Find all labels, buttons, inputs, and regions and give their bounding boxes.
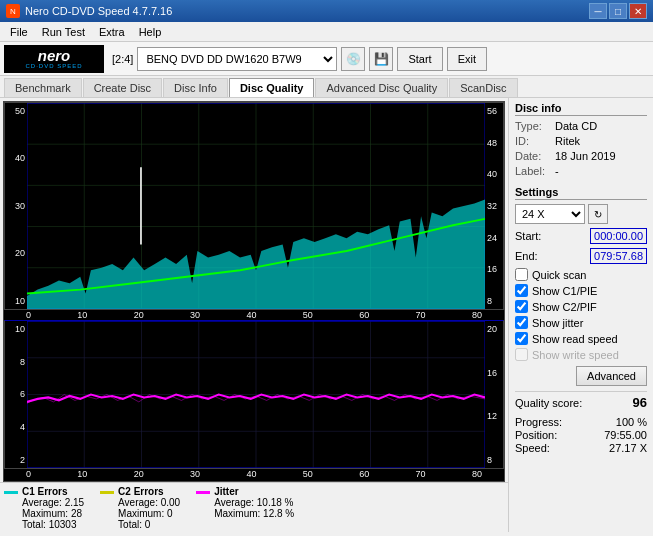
disc-label-row: Label: -	[515, 165, 647, 177]
tab-advanced-disc-quality[interactable]: Advanced Disc Quality	[315, 78, 448, 97]
top-chart-svg	[27, 103, 485, 309]
y-top-label-20: 20	[5, 248, 27, 258]
show-c2-checkbox[interactable]	[515, 300, 528, 313]
disc-date-label: Date:	[515, 150, 553, 162]
show-write-speed-row: Show write speed	[515, 348, 647, 361]
c1-max: Maximum: 28	[22, 508, 84, 519]
title-bar: N Nero CD-DVD Speed 4.7.7.16 ─ □ ✕	[0, 0, 653, 22]
y-bot-10: 10	[5, 324, 27, 334]
c1-label: C1 Errors	[22, 486, 84, 497]
menu-run-test[interactable]: Run Test	[36, 24, 91, 40]
tab-disc-info[interactable]: Disc Info	[163, 78, 228, 97]
legend-c1: C1 Errors Average: 2.15 Maximum: 28 Tota…	[4, 486, 84, 530]
show-read-speed-label: Show read speed	[532, 333, 618, 345]
y-bot-8: 8	[5, 357, 27, 367]
drive-select[interactable]: BENQ DVD DD DW1620 B7W9	[137, 47, 337, 71]
tab-disc-quality[interactable]: Disc Quality	[229, 78, 315, 97]
tab-benchmark[interactable]: Benchmark	[4, 78, 82, 97]
disc-date-row: Date: 18 Jun 2019	[515, 150, 647, 162]
x-top-10: 10	[77, 310, 87, 320]
x-top-20: 20	[134, 310, 144, 320]
settings-title: Settings	[515, 186, 647, 200]
quick-scan-checkbox[interactable]	[515, 268, 528, 281]
position-label: Position:	[515, 429, 557, 441]
save-icon-btn[interactable]: 💾	[369, 47, 393, 71]
show-c1-label: Show C1/PIE	[532, 285, 597, 297]
position-row: Position: 79:55.00	[515, 429, 647, 441]
disc-info-title: Disc info	[515, 102, 647, 116]
disc-id-row: ID: Ritek	[515, 135, 647, 147]
close-button[interactable]: ✕	[629, 3, 647, 19]
x-bot-50: 50	[303, 469, 313, 479]
menu-extra[interactable]: Extra	[93, 24, 131, 40]
menu-help[interactable]: Help	[133, 24, 168, 40]
c2-color-box	[100, 491, 114, 494]
sidebar: Disc info Type: Data CD ID: Ritek Date: …	[508, 98, 653, 532]
y-bot-right-20: 20	[485, 324, 503, 334]
minimize-button[interactable]: ─	[589, 3, 607, 19]
disc-icon-btn[interactable]: 💿	[341, 47, 365, 71]
toolbar: nero CD·DVD SPEED [2:4] BENQ DVD DD DW16…	[0, 42, 653, 76]
y-bot-2: 2	[5, 455, 27, 465]
c1-total: Total: 10303	[22, 519, 84, 530]
quality-score-label: Quality score:	[515, 397, 582, 409]
legend-area: C1 Errors Average: 2.15 Maximum: 28 Tota…	[0, 482, 508, 532]
y-top-right-56: 56	[485, 106, 503, 116]
show-c2-label: Show C2/PIF	[532, 301, 597, 313]
c2-max: Maximum: 0	[118, 508, 180, 519]
y-top-label-50: 50	[5, 106, 27, 116]
x-top-30: 30	[190, 310, 200, 320]
show-c2-row: Show C2/PIF	[515, 300, 647, 313]
disc-type-row: Type: Data CD	[515, 120, 647, 132]
c2-total: Total: 0	[118, 519, 180, 530]
app-icon: N	[6, 4, 20, 18]
jitter-avg: Average: 10.18 %	[214, 497, 294, 508]
start-button[interactable]: Start	[397, 47, 442, 71]
disc-type-label: Type:	[515, 120, 553, 132]
show-jitter-label: Show jitter	[532, 317, 583, 329]
app-title: Nero CD-DVD Speed 4.7.7.16	[25, 5, 172, 17]
speed-prog-label: Speed:	[515, 442, 550, 454]
x-top-60: 60	[359, 310, 369, 320]
c1-avg: Average: 2.15	[22, 497, 84, 508]
legend-jitter: Jitter Average: 10.18 % Maximum: 12.8 %	[196, 486, 294, 519]
show-c1-row: Show C1/PIE	[515, 284, 647, 297]
disc-id-value: Ritek	[555, 135, 580, 147]
speed-prog-value: 27.17 X	[609, 442, 647, 454]
y-top-label-40: 40	[5, 153, 27, 163]
show-c1-checkbox[interactable]	[515, 284, 528, 297]
disc-label-value: -	[555, 165, 559, 177]
start-row: Start: 000:00.00	[515, 228, 647, 244]
tab-scandisc[interactable]: ScanDisc	[449, 78, 517, 97]
y-bot-4: 4	[5, 422, 27, 432]
progress-row: Progress: 100 %	[515, 416, 647, 428]
speed-select[interactable]: 24 X Max 4 X 8 X 16 X 32 X 48 X	[515, 204, 585, 224]
advanced-button[interactable]: Advanced	[576, 366, 647, 386]
y-bot-right-8: 8	[485, 455, 503, 465]
disc-label-label: Label:	[515, 165, 553, 177]
x-bot-30: 30	[190, 469, 200, 479]
jitter-legend-text: Jitter Average: 10.18 % Maximum: 12.8 %	[214, 486, 294, 519]
show-read-speed-checkbox[interactable]	[515, 332, 528, 345]
y-top-right-48: 48	[485, 138, 503, 148]
disc-id-label: ID:	[515, 135, 553, 147]
speed-row-prog: Speed: 27.17 X	[515, 442, 647, 454]
bottom-chart: 10 8 6 4 2 20 16 12 8	[4, 320, 504, 469]
y-top-right-24: 24	[485, 233, 503, 243]
menu-bar: File Run Test Extra Help	[0, 22, 653, 42]
x-top-0: 0	[26, 310, 31, 320]
c1-legend-text: C1 Errors Average: 2.15 Maximum: 28 Tota…	[22, 486, 84, 530]
tab-create-disc[interactable]: Create Disc	[83, 78, 162, 97]
menu-file[interactable]: File	[4, 24, 34, 40]
show-jitter-checkbox[interactable]	[515, 316, 528, 329]
maximize-button[interactable]: □	[609, 3, 627, 19]
bottom-chart-x-labels: 0 10 20 30 40 50 60 70 80	[4, 469, 504, 481]
end-label: End:	[515, 250, 538, 262]
x-bot-60: 60	[359, 469, 369, 479]
end-value: 079:57.68	[590, 248, 647, 264]
show-write-speed-checkbox	[515, 348, 528, 361]
refresh-button[interactable]: ↻	[588, 204, 608, 224]
start-label: Start:	[515, 230, 541, 242]
exit-button[interactable]: Exit	[447, 47, 487, 71]
top-chart: 50 40 30 20 10 56 48 40 32 24 16 8	[4, 102, 504, 310]
